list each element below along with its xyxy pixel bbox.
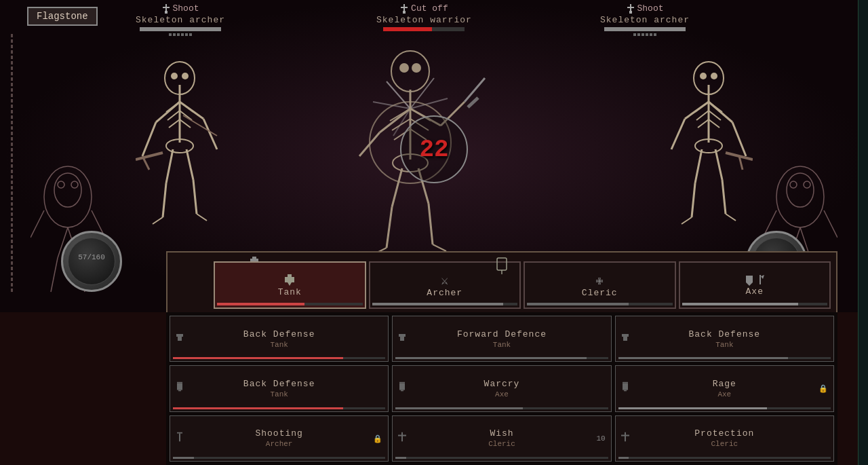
svg-point-66 [412,63,421,73]
tab-archer-label: Archer [427,288,462,298]
enemy-health-fill-right [604,27,686,31]
svg-rect-4 [401,7,408,8]
svg-rect-124 [178,390,181,392]
sword-icon-center [400,4,408,14]
svg-rect-5 [403,11,406,14]
skill-bar-9 [618,457,831,459]
skill-bar-3 [618,357,831,359]
skill-back-defense-3[interactable]: Back Defense Tank [170,365,389,411]
skill-icon-cleric-2 [621,432,629,445]
skill-shooting[interactable]: Shooting Archer 🔒 [170,415,389,462]
skill-name-7: Shooting [255,428,302,440]
svg-rect-134 [398,434,406,436]
svg-point-36 [711,73,717,79]
skill-bar-fill-3 [618,357,789,359]
skill-name-4: Back Defense [243,379,315,390]
log-panel [858,0,868,465]
enemy-card-center: Cut off Skeleton warrior [376,3,472,33]
shield-icon-tab [745,274,754,286]
skill-icon-tank-2 [398,333,406,345]
svg-point-11 [182,73,189,79]
enemy-action-text-center: Cut off [411,3,448,14]
skill-bar-5 [395,407,608,409]
svg-line-17 [180,111,192,120]
skill-type-2: Tank [493,341,511,349]
skill-back-defense-1[interactable]: Back Defense Tank [170,316,389,362]
skill-bar-fill-8 [395,457,406,459]
svg-line-52 [695,149,702,183]
svg-line-27 [166,149,173,183]
svg-line-41 [696,111,709,120]
svg-rect-120 [622,334,629,337]
tab-cleric[interactable]: ✙ Cleric [524,261,676,309]
svg-rect-115 [760,275,761,284]
hp-value-left: 57/160 [68,238,115,261]
tank-tab-icon [283,274,296,287]
skill-bar-7 [173,457,385,459]
svg-line-96 [31,210,44,238]
svg-line-85 [429,204,433,244]
skill-icon-axe-1 [398,382,406,395]
skill-bar-fill-9 [618,457,629,459]
svg-rect-129 [623,384,628,390]
archer-tab-icon: ⚔ [441,273,448,288]
svg-line-29 [186,149,193,180]
svg-line-22 [142,122,156,156]
svg-point-10 [171,73,178,79]
skill-bar-fill-5 [395,407,523,409]
cleric-bar [527,303,673,305]
svg-line-48 [685,102,709,119]
svg-rect-111 [285,277,294,282]
svg-rect-135 [625,432,626,441]
enemy-health-bar-left [140,27,221,31]
enemy-name-center: Skeleton warrior [376,15,472,25]
svg-rect-122 [177,382,182,384]
skill-bar-4 [173,407,385,409]
svg-rect-127 [401,390,403,392]
tab-tank[interactable]: Tank [214,261,366,309]
skill-type-4: Tank [270,390,288,398]
skill-type-5: Axe [495,390,509,398]
cleric-tab-icon: ✙ [596,273,604,288]
enemy-action-text-right: Shoot [637,3,664,14]
skeleton-archer-right [665,54,753,224]
skill-icon-archer [176,432,184,445]
tab-axe[interactable]: Axe [679,261,831,309]
skill-type-3: Tank [715,341,733,349]
svg-rect-125 [399,382,405,384]
svg-point-98 [776,166,824,227]
skill-forward-defence[interactable]: Forward Defence Tank [392,316,611,362]
skill-name-5: Warcry [484,379,520,390]
svg-rect-7 [627,7,634,8]
skill-rage[interactable]: Rage Axe 🔒 [615,365,834,411]
skill-wish[interactable]: Wish Cleric 10 [392,415,611,462]
skills-panel: Back Defense Tank Forward Defence Tank B… [166,312,837,465]
skill-type-7: Archer [266,440,293,448]
svg-line-81 [468,98,478,107]
enemy-action-left: Shoot [136,3,225,14]
skill-back-defense-2[interactable]: Back Defense Tank [615,316,834,362]
skill-warcry[interactable]: Warcry Axe [392,365,611,411]
svg-rect-118 [399,334,406,337]
svg-rect-117 [178,337,182,341]
skill-name-1: Back Defense [243,329,315,341]
skill-bar-2 [395,357,608,359]
svg-line-18 [169,119,180,128]
svg-line-28 [163,183,166,217]
axe-icons [745,274,765,286]
enemy-card-left: Shoot Skeleton archer [136,3,225,36]
svg-rect-119 [400,337,404,341]
svg-point-99 [787,173,814,207]
skill-protection[interactable]: Protection Cleric [615,415,834,462]
skill-bar-fill-1 [173,357,343,359]
svg-point-88 [44,166,92,227]
svg-rect-8 [629,11,632,14]
svg-line-47 [732,122,746,156]
svg-line-43 [698,119,709,128]
skill-type-8: Cleric [488,440,515,448]
enemy-card-right: Shoot Skeleton archer [600,3,690,36]
tab-axe-label: Axe [746,286,764,297]
svg-rect-116 [176,334,183,337]
enemy-action-center: Cut off [376,3,472,14]
skeleton-archer-left [136,54,224,224]
